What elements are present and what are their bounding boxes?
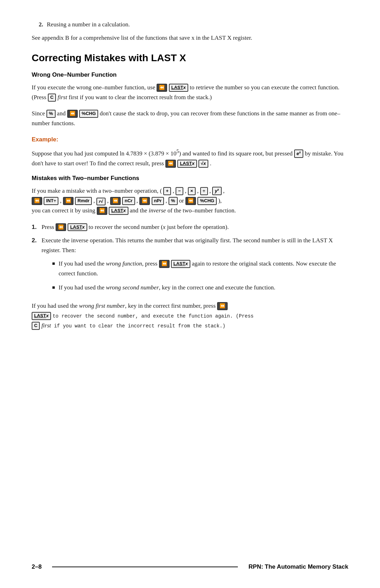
key-gold-shift10: ⏪ <box>56 223 66 231</box>
intro-paragraph: See appendix B for a comprehensive list … <box>32 33 348 43</box>
key-C2: C <box>32 322 40 330</box>
key-gold-shift6: ⏪ <box>110 197 121 205</box>
key-minus: − <box>176 187 183 195</box>
intro-item-2: 2. Reusing a number in a calculation. <box>32 21 348 28</box>
key-lastx5: LASTx <box>171 260 190 268</box>
closing-para: If you had used the wrong first number, … <box>32 301 348 331</box>
bullet-2: ■ If you had used the wrong second numbe… <box>52 283 348 293</box>
key-yp: y√ <box>96 198 106 206</box>
key-gold-shift3: ⏪ <box>165 160 176 168</box>
subsection1-para2: Since % and ⏪ %CHG don't cause the stack… <box>32 109 348 128</box>
key-gold-shift11: ⏪ <box>159 260 170 268</box>
key-gold-shift12: ⏪ <box>217 302 228 310</box>
example-title: Example: <box>32 136 348 143</box>
bullet-list: ■ If you had used the wrong function, pr… <box>52 259 348 293</box>
subsection2-para1: If you make a mistake with a two–number … <box>32 186 348 216</box>
steps-list: 1. Press ⏪ LASTx to recover the second n… <box>32 222 348 297</box>
key-gold-shift8: ⏪ <box>185 197 196 205</box>
example-para: Suppose that you had just computed ln 4.… <box>32 147 348 168</box>
footer-page-num: 2–8 <box>32 563 42 570</box>
page-footer: 2–8 RPN: The Automatic Memory Stack <box>0 563 380 570</box>
key-div: ÷ <box>200 187 208 195</box>
key-gold-shift2: ⏪ <box>67 110 78 118</box>
key-times: × <box>188 187 196 195</box>
key-lastx: LASTx <box>169 84 188 92</box>
subsection1-title: Wrong One–Number Function <box>32 71 348 78</box>
key-yx: yx <box>212 187 221 195</box>
key-gold-shift5: ⏪ <box>63 197 74 205</box>
footer-divider <box>52 567 238 567</box>
key-gold-shift7: ⏪ <box>139 197 150 205</box>
page-content: 2. Reusing a number in a calculation. Se… <box>0 0 380 365</box>
key-lastx3: LASTx <box>109 207 128 215</box>
key-ex: ex <box>294 149 303 158</box>
key-gold-shift: ⏪ <box>157 84 167 92</box>
step-2: 2. Execute the inverse operation. This r… <box>32 236 348 297</box>
key-gold-shift9: ⏪ <box>97 207 107 215</box>
key-pct2: % <box>169 197 178 205</box>
key-lastx4: LASTx <box>68 223 87 231</box>
key-npr: nPr <box>152 197 164 205</box>
key-sqrt: √x <box>198 160 208 168</box>
key-plus: + <box>163 187 171 195</box>
key-lastx6: LASTx <box>32 312 51 320</box>
subsection1-para1: If you execute the wrong one–number func… <box>32 83 348 102</box>
key-percent: % <box>46 110 56 118</box>
key-gold-shift4: ⏪ <box>32 197 42 205</box>
section-title: Correcting Mistakes with LAST X <box>32 52 348 64</box>
key-rmdr: Rmdr <box>75 197 92 205</box>
key-lastx2: LASTx <box>177 160 197 168</box>
footer-title: RPN: The Automatic Memory Stack <box>248 563 348 570</box>
key-C: C <box>48 94 56 102</box>
key-intdiv: INT÷ <box>44 197 58 205</box>
step-1: 1. Press ⏪ LASTx to recover the second n… <box>32 222 348 232</box>
key-ncr: nCr <box>122 197 135 205</box>
key-pctchg: %CHG <box>79 110 98 118</box>
key-pctchg2: %CHG <box>197 197 216 205</box>
subsection2-title: Mistakes with Two–number Functions <box>32 175 348 182</box>
bullet-1: ■ If you had used the wrong function, pr… <box>52 259 348 279</box>
